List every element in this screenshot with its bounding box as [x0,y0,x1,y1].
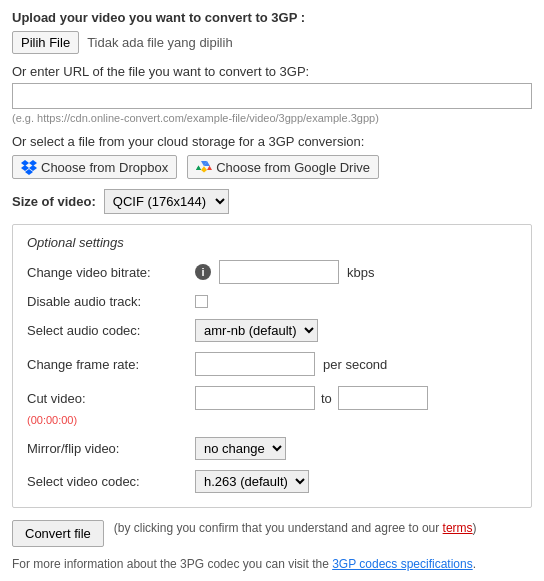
bitrate-input[interactable] [219,260,339,284]
gdrive-label: Choose from Google Drive [216,160,370,175]
video-codec-row: Select video codec: h.263 (default) h.26… [27,470,517,493]
audio-codec-row: Select audio codec: amr-nb (default) aac… [27,319,517,342]
cloud-label: Or select a file from your cloud storage… [12,134,532,149]
url-hint: (e.g. https://cdn.online-convert.com/exa… [12,112,532,124]
codecs-link-label: 3GP codecs specifications [332,557,473,571]
pilih-file-button[interactable]: Pilih File [12,31,79,54]
convert-row: Convert file (by clicking you confirm th… [12,520,532,547]
bitrate-row: Change video bitrate: i kbps [27,260,517,284]
video-codec-label: Select video codec: [27,474,187,489]
convert-button[interactable]: Convert file [12,520,104,547]
disable-audio-row: Disable audio track: [27,294,517,309]
info-icon[interactable]: i [195,264,211,280]
gdrive-icon [196,159,212,175]
terms-link[interactable]: terms [443,521,473,535]
frame-rate-unit: per second [323,357,387,372]
cloud-section: Or select a file from your cloud storage… [12,134,532,179]
upload-section: Upload your video you want to convert to… [12,10,532,54]
bitrate-unit: kbps [347,265,374,280]
footer-text: For more information about the 3PG codec… [12,557,329,571]
optional-title: Optional settings [27,235,517,250]
url-section: Or enter URL of the file you want to con… [12,64,532,124]
cloud-row: Choose from Dropbox Choose from [12,155,532,179]
cut-video-row: Cut video: to (00:00:00) [27,386,517,427]
url-label: Or enter URL of the file you want to con… [12,64,532,79]
size-row: Size of video: QCIF (176x144) SQCIF (128… [12,189,532,214]
frame-rate-input[interactable] [195,352,315,376]
disable-audio-checkbox[interactable] [195,295,208,308]
bitrate-label: Change video bitrate: [27,265,187,280]
frame-rate-row: Change frame rate: per second [27,352,517,376]
audio-codec-select[interactable]: amr-nb (default) aac mp3 [195,319,318,342]
gdrive-button[interactable]: Choose from Google Drive [187,155,379,179]
convert-note: (by clicking you confirm that you unders… [114,520,477,537]
file-row: Pilih File Tidak ada file yang dipilih [12,31,532,54]
no-file-text: Tidak ada file yang dipilih [87,35,233,50]
disable-audio-label: Disable audio track: [27,294,187,309]
cut-to-label: to [321,391,332,406]
mirror-row: Mirror/flip video: no change horizontal … [27,437,517,460]
video-codec-select[interactable]: h.263 (default) h.264 mpeg4 [195,470,309,493]
cut-video-label: Cut video: [27,391,187,406]
upload-title: Upload your video you want to convert to… [12,10,532,25]
cut-row: to [195,386,428,410]
dropbox-label: Choose from Dropbox [41,160,168,175]
size-label: Size of video: [12,194,96,209]
mirror-label: Mirror/flip video: [27,441,187,456]
codecs-link[interactable]: 3GP codecs specifications [332,557,473,571]
footer-note: For more information about the 3PG codec… [12,557,532,571]
cut-from-input[interactable] [195,386,315,410]
size-select[interactable]: QCIF (176x144) SQCIF (128x96) CIF (352x2… [104,189,229,214]
audio-codec-label: Select audio codec: [27,323,187,338]
dropbox-icon [21,159,37,175]
footer-suffix: . [473,557,476,571]
frame-rate-label: Change frame rate: [27,357,187,372]
url-input[interactable] [12,83,532,109]
optional-settings: Optional settings Change video bitrate: … [12,224,532,508]
mirror-select[interactable]: no change horizontal vertical both [195,437,286,460]
cut-to-input[interactable] [338,386,428,410]
cut-hint: (00:00:00) [27,414,77,426]
dropbox-button[interactable]: Choose from Dropbox [12,155,177,179]
